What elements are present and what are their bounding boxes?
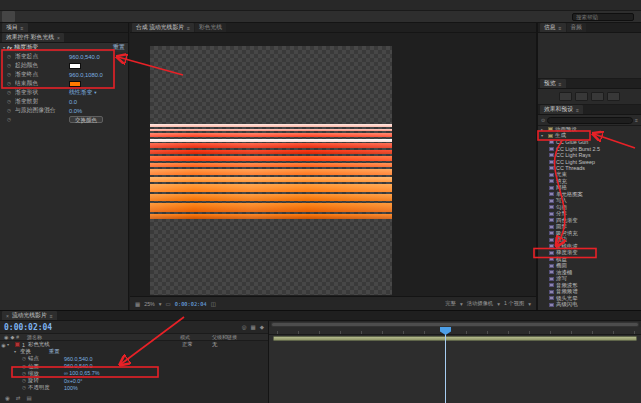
layer-duration-bar[interactable] [273,336,637,341]
roto-brush-tool[interactable] [132,11,145,22]
tab-composition[interactable]: 合成 流动光线影片 ≡ [132,23,194,32]
stopwatch-icon[interactable]: ◷ [7,72,13,77]
next-frame-button[interactable] [607,92,620,101]
current-timecode[interactable]: 0:00:02:04 [4,323,52,332]
reset-button[interactable]: 重置 [113,43,125,52]
puppet-pin-tool[interactable] [145,11,158,22]
stopwatch-icon[interactable]: ◷ [7,63,13,68]
chevron-down-icon[interactable]: ▾ [460,301,463,307]
layer-row[interactable]: ◉ ▾ 1 彩色光线 正常 无 [0,341,268,348]
effect-property-row[interactable]: ◷ 结束颜色 [0,79,128,88]
brush-tool[interactable] [106,11,119,22]
transform-property-row[interactable]: ◷ 位置 960.0,540.0 [0,363,268,370]
tab-timeline-comp[interactable]: × 流动光线影片 ≡ [2,311,57,320]
effect-property-row[interactable]: ◷ 渐变起点 960.0,540.0 [0,52,128,61]
clone-stamp-tool[interactable] [119,11,132,22]
effect-property-row[interactable]: ◷ 渐变终点 960.0,1080.0 [0,70,128,79]
eye-icon[interactable]: ◉ [0,342,7,348]
transform-property-row[interactable]: ◷ 不透明度 100% [0,384,268,391]
transfer-controls-icon[interactable]: ⇄ [16,395,21,401]
region-of-interest-icon[interactable]: ▭ [166,301,171,307]
type-tool[interactable] [93,11,106,22]
tab-layer-view[interactable]: 彩色光线 [195,23,226,32]
panel-menu-icon[interactable]: ≡ [559,25,562,31]
chevron-down-icon[interactable]: ▾ [94,90,96,95]
property-value[interactable]: 0.0% [69,108,82,114]
close-icon[interactable]: × [57,35,60,41]
grid-options-icon[interactable]: ▦ [135,301,140,307]
stopwatch-icon[interactable]: ◷ [7,108,13,113]
pan-camera-tool[interactable] [54,11,67,22]
camera-select[interactable]: 活动摄像机 [467,300,493,307]
tab-effects-presets[interactable]: 效果和预设 ≡ [540,105,583,114]
blend-mode-select[interactable]: 正常 [182,341,212,348]
effect-property-row[interactable]: ◷ 渐变散射 0.0 [0,97,128,106]
property-value[interactable]: 0.0 [69,99,77,105]
color-swatch[interactable] [69,63,81,69]
chevron-down-icon[interactable]: ▾ [159,301,162,307]
view-layout-select[interactable]: 1 个视图 [504,300,524,307]
play-button[interactable] [591,92,604,101]
property-value[interactable]: 100% [64,385,78,391]
tab-project[interactable]: 项目 ≡ [2,23,28,32]
draft-3d-icon[interactable]: ▦ [251,324,256,330]
property-value[interactable]: 960.0,540.0 [69,54,100,60]
panel-menu-icon[interactable]: ≡ [559,81,562,87]
help-search-input[interactable] [572,13,634,21]
expander-icon[interactable]: ▾ [3,45,5,50]
previous-frame-button[interactable] [575,92,588,101]
time-ruler[interactable] [269,327,641,335]
property-value[interactable]: 线性渐变 [69,88,92,97]
source-name-header[interactable]: 源名称 [27,334,42,340]
transform-property-row[interactable]: ◷ 锚点 960.0,540.0 [0,355,268,362]
chevron-down-icon[interactable]: ▾ [528,301,531,307]
parent-link-header[interactable]: 父级和链接 [212,334,268,340]
mode-header[interactable]: 模式 [180,334,210,340]
zoom-level[interactable]: 25% [144,301,155,307]
panel-menu-icon[interactable]: ≡ [50,313,53,319]
chevron-down-icon[interactable]: ▾ [497,301,500,307]
tab-info[interactable]: 信息 ≡ [540,23,566,32]
shape-tool[interactable] [67,11,80,22]
stopwatch-icon[interactable]: ◷ [7,117,13,122]
filter-icon[interactable]: ≡ [635,117,638,123]
tab-audio[interactable]: 音频 [567,23,587,32]
stopwatch-icon[interactable]: ◷ [7,54,13,59]
viewer-timecode[interactable]: 0:00:02:04 [175,301,207,307]
track-rows[interactable] [269,335,641,403]
stopwatch-icon[interactable]: ◷ [7,81,13,86]
transform-property-row[interactable]: ◷ 缩放 ∞ 100.0,65.7% [0,370,268,377]
effect-property-row[interactable]: ◷ 交换颜色 [0,115,128,124]
transform-group-row[interactable]: ▾ 变换 重置 [0,348,268,355]
folder-expander-icon[interactable]: ▸ [541,127,546,132]
property-value[interactable]: 960.0,1080.0 [69,72,103,78]
expand-layer-switches-icon[interactable]: ◉ [5,395,10,401]
transform-property-row[interactable]: ◷ 旋转 0x+0.0° [0,377,268,384]
in-out-stretch-icon[interactable]: ▤ [26,395,31,401]
parent-select[interactable]: 无 [212,341,268,348]
hand-tool[interactable] [15,11,28,22]
panel-menu-icon[interactable]: ≡ [576,107,579,113]
panel-menu-icon[interactable]: ≡ [21,25,24,31]
effects-list-item[interactable]: 高级闪电 [538,302,641,309]
swap-colors-button[interactable]: 交换颜色 [69,116,103,123]
tab-preview[interactable]: 预览 ≡ [540,79,566,88]
close-icon[interactable]: × [6,313,9,319]
first-frame-button[interactable] [559,92,572,101]
zoom-tool[interactable] [28,11,41,22]
effect-property-row[interactable]: ◷ 渐变形状 线性渐变 ▾ [0,88,128,97]
tab-effect-controls[interactable]: 效果控件 彩色光线 × [2,33,64,42]
property-value[interactable]: ∞ 100.0,65.7% [64,370,100,376]
transform-reset-button[interactable]: 重置 [49,348,60,355]
layer-color-chip[interactable] [15,342,20,347]
effects-search-input[interactable] [547,117,633,124]
resolution-select[interactable]: 完整 [445,300,456,307]
layer-name[interactable]: 彩色光线 [28,341,50,348]
property-value[interactable]: 0x+0.0° [64,378,83,384]
property-value[interactable]: 960.0,540.0 [64,363,92,369]
property-value[interactable]: 960.0,540.0 [64,356,92,362]
folder-expander-icon[interactable]: ▾ [541,133,546,138]
composition-viewport[interactable] [130,33,536,296]
selection-tool[interactable] [2,11,15,22]
time-navigator-handle[interactable] [272,323,638,326]
